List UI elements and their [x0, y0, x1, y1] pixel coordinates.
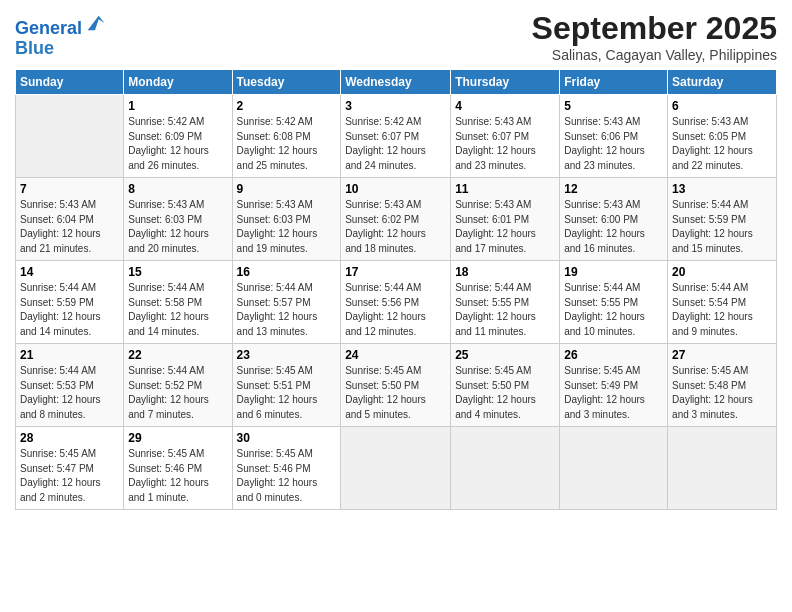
calendar-cell: 20Sunrise: 5:44 AMSunset: 5:54 PMDayligh… [668, 261, 777, 344]
day-number: 2 [237, 99, 337, 113]
day-info: Sunrise: 5:43 AMSunset: 6:02 PMDaylight:… [345, 198, 446, 256]
calendar-cell: 5Sunrise: 5:43 AMSunset: 6:06 PMDaylight… [560, 95, 668, 178]
day-info: Sunrise: 5:44 AMSunset: 5:59 PMDaylight:… [672, 198, 772, 256]
calendar-cell: 9Sunrise: 5:43 AMSunset: 6:03 PMDaylight… [232, 178, 341, 261]
day-info: Sunrise: 5:44 AMSunset: 5:59 PMDaylight:… [20, 281, 119, 339]
calendar-table: SundayMondayTuesdayWednesdayThursdayFrid… [15, 69, 777, 510]
day-number: 9 [237, 182, 337, 196]
day-info: Sunrise: 5:43 AMSunset: 6:03 PMDaylight:… [128, 198, 227, 256]
day-number: 20 [672, 265, 772, 279]
day-number: 19 [564, 265, 663, 279]
day-info: Sunrise: 5:44 AMSunset: 5:55 PMDaylight:… [455, 281, 555, 339]
day-number: 30 [237, 431, 337, 445]
logo-text: GeneralBlue [15, 16, 106, 59]
day-number: 15 [128, 265, 227, 279]
day-number: 25 [455, 348, 555, 362]
page-header: GeneralBlue September 2025 Salinas, Caga… [15, 10, 777, 63]
day-number: 24 [345, 348, 446, 362]
calendar-cell: 15Sunrise: 5:44 AMSunset: 5:58 PMDayligh… [124, 261, 232, 344]
day-info: Sunrise: 5:44 AMSunset: 5:57 PMDaylight:… [237, 281, 337, 339]
day-info: Sunrise: 5:42 AMSunset: 6:08 PMDaylight:… [237, 115, 337, 173]
day-number: 17 [345, 265, 446, 279]
day-info: Sunrise: 5:45 AMSunset: 5:46 PMDaylight:… [237, 447, 337, 505]
day-info: Sunrise: 5:44 AMSunset: 5:56 PMDaylight:… [345, 281, 446, 339]
day-info: Sunrise: 5:45 AMSunset: 5:50 PMDaylight:… [345, 364, 446, 422]
day-of-week-header: Monday [124, 70, 232, 95]
calendar-cell: 3Sunrise: 5:42 AMSunset: 6:07 PMDaylight… [341, 95, 451, 178]
calendar-cell: 26Sunrise: 5:45 AMSunset: 5:49 PMDayligh… [560, 344, 668, 427]
day-info: Sunrise: 5:45 AMSunset: 5:49 PMDaylight:… [564, 364, 663, 422]
day-info: Sunrise: 5:43 AMSunset: 6:07 PMDaylight:… [455, 115, 555, 173]
calendar-cell [341, 427, 451, 510]
calendar-cell: 18Sunrise: 5:44 AMSunset: 5:55 PMDayligh… [451, 261, 560, 344]
calendar-cell: 1Sunrise: 5:42 AMSunset: 6:09 PMDaylight… [124, 95, 232, 178]
svg-marker-0 [88, 16, 105, 31]
day-info: Sunrise: 5:44 AMSunset: 5:58 PMDaylight:… [128, 281, 227, 339]
day-number: 7 [20, 182, 119, 196]
logo: GeneralBlue [15, 16, 106, 59]
calendar-cell: 21Sunrise: 5:44 AMSunset: 5:53 PMDayligh… [16, 344, 124, 427]
day-number: 27 [672, 348, 772, 362]
day-of-week-header: Wednesday [341, 70, 451, 95]
day-number: 4 [455, 99, 555, 113]
calendar-cell: 23Sunrise: 5:45 AMSunset: 5:51 PMDayligh… [232, 344, 341, 427]
day-info: Sunrise: 5:43 AMSunset: 6:00 PMDaylight:… [564, 198, 663, 256]
day-info: Sunrise: 5:43 AMSunset: 6:04 PMDaylight:… [20, 198, 119, 256]
title-block: September 2025 Salinas, Cagayan Valley, … [532, 10, 777, 63]
location: Salinas, Cagayan Valley, Philippines [532, 47, 777, 63]
day-number: 29 [128, 431, 227, 445]
day-info: Sunrise: 5:44 AMSunset: 5:54 PMDaylight:… [672, 281, 772, 339]
day-info: Sunrise: 5:45 AMSunset: 5:47 PMDaylight:… [20, 447, 119, 505]
day-number: 6 [672, 99, 772, 113]
calendar-header-row: SundayMondayTuesdayWednesdayThursdayFrid… [16, 70, 777, 95]
day-number: 10 [345, 182, 446, 196]
day-number: 16 [237, 265, 337, 279]
day-info: Sunrise: 5:43 AMSunset: 6:03 PMDaylight:… [237, 198, 337, 256]
calendar-cell: 28Sunrise: 5:45 AMSunset: 5:47 PMDayligh… [16, 427, 124, 510]
day-number: 14 [20, 265, 119, 279]
calendar-cell: 2Sunrise: 5:42 AMSunset: 6:08 PMDaylight… [232, 95, 341, 178]
calendar-cell: 29Sunrise: 5:45 AMSunset: 5:46 PMDayligh… [124, 427, 232, 510]
day-of-week-header: Thursday [451, 70, 560, 95]
month-title: September 2025 [532, 10, 777, 47]
day-info: Sunrise: 5:44 AMSunset: 5:53 PMDaylight:… [20, 364, 119, 422]
day-info: Sunrise: 5:45 AMSunset: 5:50 PMDaylight:… [455, 364, 555, 422]
day-of-week-header: Saturday [668, 70, 777, 95]
calendar-cell: 7Sunrise: 5:43 AMSunset: 6:04 PMDaylight… [16, 178, 124, 261]
day-info: Sunrise: 5:45 AMSunset: 5:48 PMDaylight:… [672, 364, 772, 422]
day-number: 23 [237, 348, 337, 362]
calendar-cell: 19Sunrise: 5:44 AMSunset: 5:55 PMDayligh… [560, 261, 668, 344]
day-number: 28 [20, 431, 119, 445]
day-number: 12 [564, 182, 663, 196]
logo-icon [84, 12, 106, 34]
day-of-week-header: Friday [560, 70, 668, 95]
calendar-cell: 13Sunrise: 5:44 AMSunset: 5:59 PMDayligh… [668, 178, 777, 261]
day-info: Sunrise: 5:43 AMSunset: 6:06 PMDaylight:… [564, 115, 663, 173]
calendar-cell: 8Sunrise: 5:43 AMSunset: 6:03 PMDaylight… [124, 178, 232, 261]
day-info: Sunrise: 5:42 AMSunset: 6:07 PMDaylight:… [345, 115, 446, 173]
day-info: Sunrise: 5:42 AMSunset: 6:09 PMDaylight:… [128, 115, 227, 173]
day-number: 3 [345, 99, 446, 113]
calendar-cell: 11Sunrise: 5:43 AMSunset: 6:01 PMDayligh… [451, 178, 560, 261]
day-number: 22 [128, 348, 227, 362]
day-of-week-header: Sunday [16, 70, 124, 95]
calendar-cell: 24Sunrise: 5:45 AMSunset: 5:50 PMDayligh… [341, 344, 451, 427]
calendar-cell: 16Sunrise: 5:44 AMSunset: 5:57 PMDayligh… [232, 261, 341, 344]
calendar-cell [668, 427, 777, 510]
day-info: Sunrise: 5:45 AMSunset: 5:46 PMDaylight:… [128, 447, 227, 505]
calendar-cell: 30Sunrise: 5:45 AMSunset: 5:46 PMDayligh… [232, 427, 341, 510]
day-number: 1 [128, 99, 227, 113]
calendar-body: 1Sunrise: 5:42 AMSunset: 6:09 PMDaylight… [16, 95, 777, 510]
day-number: 8 [128, 182, 227, 196]
day-number: 26 [564, 348, 663, 362]
day-info: Sunrise: 5:43 AMSunset: 6:05 PMDaylight:… [672, 115, 772, 173]
day-number: 13 [672, 182, 772, 196]
calendar-cell: 17Sunrise: 5:44 AMSunset: 5:56 PMDayligh… [341, 261, 451, 344]
calendar-cell: 10Sunrise: 5:43 AMSunset: 6:02 PMDayligh… [341, 178, 451, 261]
day-info: Sunrise: 5:44 AMSunset: 5:52 PMDaylight:… [128, 364, 227, 422]
calendar-cell: 4Sunrise: 5:43 AMSunset: 6:07 PMDaylight… [451, 95, 560, 178]
day-number: 5 [564, 99, 663, 113]
day-info: Sunrise: 5:45 AMSunset: 5:51 PMDaylight:… [237, 364, 337, 422]
day-number: 18 [455, 265, 555, 279]
calendar-cell [16, 95, 124, 178]
